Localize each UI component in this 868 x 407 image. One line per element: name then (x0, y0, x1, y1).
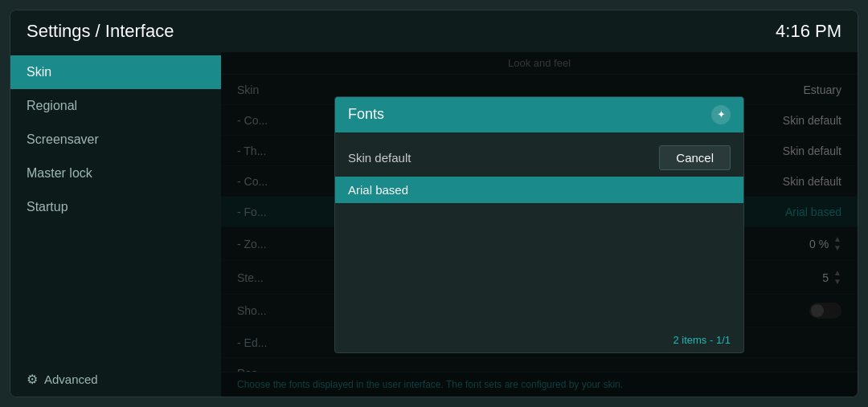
modal-title: Fonts (348, 106, 384, 123)
cancel-button[interactable]: Cancel (659, 145, 731, 170)
main-content: Skin Regional Screensaver Master lock St… (10, 52, 858, 397)
right-panel: Look and feel Skin Estuary - Co... Skin … (221, 52, 858, 397)
sidebar-item-regional[interactable]: Regional (10, 89, 221, 123)
modal-body: Skin default Cancel Arial based (335, 132, 743, 328)
advanced-label: Advanced (44, 372, 98, 386)
sidebar-item-startup[interactable]: Startup (10, 190, 221, 224)
clock: 4:16 PM (776, 21, 841, 42)
page-title: Settings / Interface (27, 21, 174, 42)
modal-row-skin-default[interactable]: Skin default Cancel (335, 139, 743, 177)
advanced-section[interactable]: ⚙ Advanced (10, 362, 221, 397)
modal-item-count: 2 items - 1/1 (673, 334, 731, 346)
header: Settings / Interface 4:16 PM (10, 10, 858, 52)
modal-overlay: Fonts ✦ Skin default Cancel Arial based (221, 52, 858, 397)
sidebar-item-master-lock[interactable]: Master lock (10, 157, 221, 190)
sidebar-item-skin[interactable]: Skin (10, 55, 221, 89)
sidebar-item-screensaver[interactable]: Screensaver (10, 123, 221, 157)
modal-footer: 2 items - 1/1 (335, 328, 743, 352)
kodi-icon: ✦ (711, 105, 731, 124)
main-window: Settings / Interface 4:16 PM Skin Region… (10, 10, 858, 397)
modal-item-arial-based: Arial based (348, 183, 408, 197)
modal-header: Fonts ✦ (335, 97, 743, 132)
fonts-dialog: Fonts ✦ Skin default Cancel Arial based (334, 96, 744, 353)
sidebar: Skin Regional Screensaver Master lock St… (10, 52, 221, 397)
modal-row-arial-based[interactable]: Arial based (335, 177, 743, 203)
gear-icon: ⚙ (27, 372, 38, 387)
modal-item-skin-default: Skin default (348, 151, 411, 165)
